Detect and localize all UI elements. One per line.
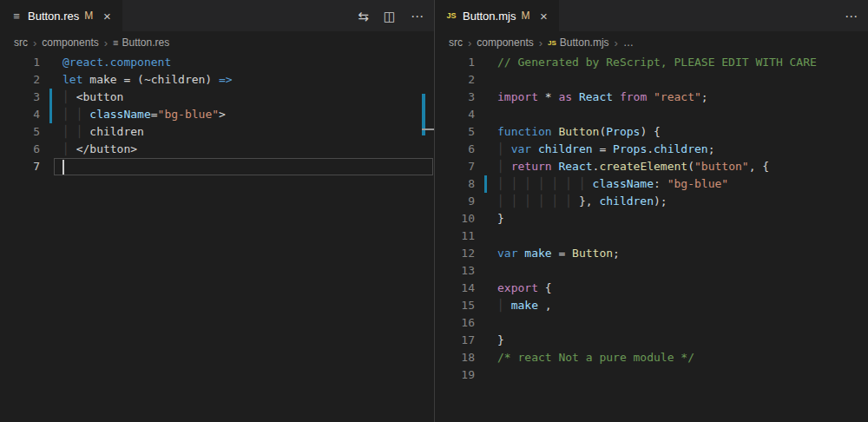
code-line[interactable]: 16 bbox=[435, 314, 868, 332]
tab-close-icon[interactable]: × bbox=[536, 9, 550, 23]
file-icon: ≡ bbox=[9, 10, 24, 23]
code-line[interactable]: 15│ make , bbox=[435, 297, 868, 314]
more-actions-icon[interactable]: ⋯ bbox=[845, 10, 858, 23]
code-text: │ │ │ │ │ │ │ className: "bg-blue" bbox=[497, 175, 728, 193]
editor-actions: ⇆◫⋯ bbox=[343, 0, 434, 31]
code-line[interactable]: 13 bbox=[435, 262, 868, 280]
code-line[interactable]: 2 bbox=[435, 71, 868, 89]
code-line[interactable]: 6│ </button> bbox=[0, 141, 434, 158]
breadcrumb-label: components bbox=[42, 36, 98, 49]
line-number[interactable]: 9 bbox=[435, 193, 475, 210]
file-icon: ≡ bbox=[113, 37, 118, 48]
code-line[interactable]: 11 bbox=[435, 227, 868, 245]
line-number[interactable]: 19 bbox=[435, 366, 475, 384]
open-changes-icon[interactable]: ⇆ bbox=[358, 10, 369, 23]
line-number[interactable]: 3 bbox=[0, 89, 40, 106]
line-number[interactable]: 7 bbox=[435, 158, 475, 175]
code-text: │ <button bbox=[62, 89, 123, 106]
line-number[interactable]: 7 bbox=[0, 158, 40, 175]
breadcrumb-item[interactable]: components bbox=[477, 36, 533, 49]
code-line[interactable]: 7 bbox=[0, 158, 434, 175]
breadcrumb-item[interactable]: … bbox=[623, 36, 634, 49]
code-text: } bbox=[497, 332, 504, 349]
code-line[interactable]: 9│ │ │ │ │ │ }, children); bbox=[435, 193, 868, 210]
more-actions-icon[interactable]: ⋯ bbox=[411, 10, 424, 23]
code-text: let make = (~children) => bbox=[62, 71, 233, 89]
line-number[interactable]: 12 bbox=[435, 245, 475, 262]
code-line[interactable]: 5function Button(Props) { bbox=[435, 123, 868, 141]
code-text: │ │ │ │ │ │ }, children); bbox=[497, 193, 667, 210]
breadcrumb-label: Button.mjs bbox=[560, 36, 609, 49]
line-number[interactable]: 10 bbox=[435, 210, 475, 227]
code-line[interactable]: 4│ │ className="bg-blue"> bbox=[0, 106, 434, 123]
code-text: /* react Not a pure module */ bbox=[497, 349, 694, 366]
code-text: } bbox=[497, 210, 504, 227]
chevron-right-icon: › bbox=[539, 36, 542, 49]
code-line[interactable]: 14export { bbox=[435, 280, 868, 297]
breadcrumb-item[interactable]: src bbox=[449, 36, 463, 49]
code-text: │ </button> bbox=[62, 141, 137, 158]
code-line[interactable]: 12var make = Button; bbox=[435, 245, 868, 262]
code-editor-right[interactable]: 1// Generated by ReScript, PLEASE EDIT W… bbox=[435, 54, 868, 422]
code-line[interactable]: 6│ var children = Props.children; bbox=[435, 141, 868, 158]
line-number[interactable]: 17 bbox=[435, 332, 475, 349]
breadcrumb-item[interactable]: JSButton.mjs bbox=[548, 36, 609, 49]
code-text: export { bbox=[497, 280, 552, 297]
code-line[interactable]: 8│ │ │ │ │ │ │ className: "bg-blue" bbox=[435, 175, 868, 193]
line-number[interactable]: 4 bbox=[0, 106, 40, 123]
breadcrumb-item[interactable]: components bbox=[42, 36, 98, 49]
line-number[interactable]: 6 bbox=[435, 141, 475, 158]
code-text: import * as React from "react"; bbox=[497, 89, 708, 106]
code-line[interactable]: 3│ <button bbox=[0, 89, 434, 106]
code-line[interactable]: 1// Generated by ReScript, PLEASE EDIT W… bbox=[435, 54, 868, 71]
breadcrumb-label: src bbox=[14, 36, 28, 49]
code-line[interactable]: 1@react.component bbox=[0, 54, 434, 71]
code-editor-left[interactable]: 1@react.component2let make = (~children)… bbox=[0, 54, 434, 422]
code-text: │ return React.createElement("button", { bbox=[497, 158, 769, 175]
line-number[interactable]: 2 bbox=[0, 71, 40, 89]
line-number[interactable]: 5 bbox=[0, 123, 40, 141]
line-number[interactable]: 16 bbox=[435, 314, 475, 332]
line-number[interactable]: 6 bbox=[0, 141, 40, 158]
line-number[interactable]: 15 bbox=[435, 297, 475, 314]
breadcrumb-label: src bbox=[449, 36, 463, 49]
code-line[interactable]: 5│ │ children bbox=[0, 123, 434, 141]
js-file-icon: JS bbox=[548, 39, 556, 47]
line-number[interactable]: 2 bbox=[435, 71, 475, 89]
code-line[interactable]: 4 bbox=[435, 106, 868, 123]
tab-close-icon[interactable]: × bbox=[100, 9, 114, 23]
editor-actions: ⋯ bbox=[830, 0, 868, 31]
code-line[interactable]: 10} bbox=[435, 210, 868, 227]
chevron-right-icon: › bbox=[104, 36, 108, 49]
split-editor-icon[interactable]: ◫ bbox=[384, 10, 396, 23]
code-line[interactable]: 3import * as React from "react"; bbox=[435, 89, 868, 106]
tab-bar-left: ≡Button.resM×⇆◫⋯ bbox=[0, 0, 434, 31]
line-number[interactable]: 8 bbox=[435, 175, 475, 193]
line-number[interactable]: 13 bbox=[435, 262, 475, 280]
code-text: var make = Button; bbox=[497, 245, 620, 262]
breadcrumb-label: Button.res bbox=[122, 36, 169, 49]
code-text: │ │ children bbox=[62, 123, 144, 141]
breadcrumb-item[interactable]: src bbox=[14, 36, 28, 49]
tab-button-mjs[interactable]: JSButton.mjsM× bbox=[435, 0, 559, 31]
tab-button-res[interactable]: ≡Button.resM× bbox=[0, 0, 122, 31]
line-number[interactable]: 1 bbox=[0, 54, 40, 71]
line-number[interactable]: 18 bbox=[435, 349, 475, 366]
code-line[interactable]: 17} bbox=[435, 332, 868, 349]
tab-bar-right: JSButton.mjsM×⋯ bbox=[435, 0, 868, 31]
code-line[interactable]: 2let make = (~children) => bbox=[0, 71, 434, 89]
code-text: │ make , bbox=[497, 297, 552, 314]
code-line[interactable]: 19 bbox=[435, 366, 868, 384]
line-number[interactable]: 1 bbox=[435, 54, 475, 71]
line-number[interactable]: 3 bbox=[435, 89, 475, 106]
code-line[interactable]: 7│ return React.createElement("button", … bbox=[435, 158, 868, 175]
line-number[interactable]: 11 bbox=[435, 227, 475, 245]
git-modified-badge: M bbox=[84, 10, 93, 22]
line-number[interactable]: 4 bbox=[435, 106, 475, 123]
breadcrumb: src›components›JSButton.mjs›… bbox=[435, 31, 868, 54]
line-number[interactable]: 14 bbox=[435, 280, 475, 297]
breadcrumb-item[interactable]: ≡Button.res bbox=[113, 36, 169, 49]
line-number[interactable]: 5 bbox=[435, 123, 475, 141]
code-text: // Generated by ReScript, PLEASE EDIT WI… bbox=[497, 54, 817, 71]
code-line[interactable]: 18/* react Not a pure module */ bbox=[435, 349, 868, 366]
